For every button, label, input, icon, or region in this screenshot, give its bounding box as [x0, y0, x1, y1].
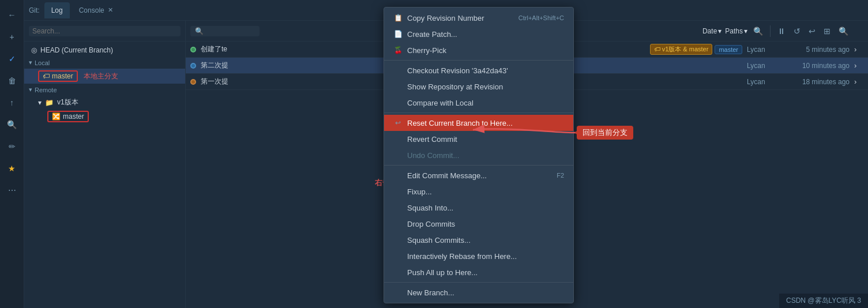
menu-rebase[interactable]: Interactively Rebase from Here...: [384, 248, 573, 264]
folder-icon2: 📁: [45, 99, 54, 107]
menu-drop[interactable]: Drop Commits: [384, 216, 573, 232]
back-icon[interactable]: ←: [2, 5, 22, 25]
remote-section[interactable]: ▾ Remote: [24, 84, 185, 96]
menu-squash[interactable]: Squash Commits...: [384, 232, 573, 248]
folder-icon: ▾: [38, 99, 42, 107]
tab-log[interactable]: Log: [44, 2, 70, 18]
more-icon[interactable]: ⋯: [2, 180, 22, 201]
chevron-down-icon: ▾: [29, 59, 32, 66]
commit-author-2: Lycan: [747, 62, 781, 70]
local-master-box: 🏷 master: [38, 70, 78, 82]
separator1: [770, 25, 771, 37]
v1-folder-item[interactable]: ▾ 📁 v1版本: [24, 96, 185, 109]
branch-list: ◎ HEAD (Current Branch) ▾ Local 🏷 master…: [24, 42, 185, 308]
context-menu: 📋 Copy Revision Number Ctrl+Alt+Shift+C …: [384, 7, 574, 303]
menu-reset-branch[interactable]: ↩ Reset Current Branch to Here...: [384, 115, 573, 131]
tag-v1master: 🏷 v1版本 & master: [650, 44, 713, 55]
separator-3: [384, 165, 573, 166]
commit-author: Lycan: [747, 46, 781, 54]
menu-copy-revision[interactable]: 📋 Copy Revision Number Ctrl+Alt+Shift+C: [384, 10, 573, 26]
commit-tags: 🏷 v1版本 & master master: [650, 44, 742, 55]
pin-icon[interactable]: 🔍: [751, 25, 765, 37]
log-search-input[interactable]: [190, 26, 260, 36]
git-label: Git:: [29, 6, 40, 14]
local-master-icon: 🏷: [43, 72, 50, 80]
status-bar: CSDN @雾岛LYC听风 3: [779, 294, 868, 308]
commit-time-3: 18 minutes ago: [786, 78, 850, 86]
menu-compare[interactable]: Compare with Local: [384, 95, 573, 111]
date-chevron-icon: ▾: [718, 27, 722, 35]
refresh-icon[interactable]: ↺: [791, 25, 803, 37]
patch-icon: 📄: [393, 30, 403, 38]
edit-icon[interactable]: ✏: [2, 136, 22, 157]
expand-icon[interactable]: ›: [854, 45, 863, 54]
sidebar: ← + ✓ 🗑 ↑ 🔍 ✏ ★ ⋯: [0, 0, 24, 308]
tag-master: master: [715, 45, 742, 54]
tab-close-icon[interactable]: ✕: [108, 6, 113, 14]
reset-annotation-bubble: 回到当前分支: [577, 126, 633, 140]
menu-new-branch[interactable]: New Branch...: [384, 284, 573, 301]
add-icon[interactable]: +: [2, 27, 22, 47]
menu-checkout[interactable]: Checkout Revision '3a42da43': [384, 62, 573, 78]
remote-master-icon: 🔀: [52, 112, 61, 121]
branch-search-bar: [24, 21, 185, 42]
local-section[interactable]: ▾ Local: [24, 57, 185, 69]
paths-chevron-icon: ▾: [744, 27, 747, 35]
revert-icon[interactable]: ↩: [806, 25, 818, 37]
cherry-icon: 🍒: [393, 46, 403, 54]
menu-show-repo[interactable]: Show Repository at Revision: [384, 78, 573, 95]
branch-search-input[interactable]: [29, 26, 181, 36]
delete-icon[interactable]: 🗑: [2, 70, 22, 91]
copy-icon: 📋: [393, 14, 403, 22]
commit-dot: [190, 47, 196, 52]
separator-2: [384, 112, 573, 113]
commit-time-2: 10 minutes ago: [786, 62, 850, 70]
separator-4: [384, 282, 573, 283]
remote-master-box: 🔀 master: [47, 111, 89, 122]
expand-icon-3[interactable]: ›: [854, 77, 863, 86]
star-icon[interactable]: ★: [2, 158, 22, 179]
branch-panel: ◎ HEAD (Current Branch) ▾ Local 🏷 master…: [24, 21, 186, 308]
separator-1: [384, 60, 573, 61]
copy-revision-label: Copy Revision Number: [407, 14, 514, 22]
search-log-icon[interactable]: 🔍: [836, 25, 851, 37]
checkmark-icon[interactable]: ✓: [2, 48, 22, 69]
date-label[interactable]: Date ▾: [702, 27, 722, 35]
menu-revert[interactable]: Revert Commit: [384, 131, 573, 147]
menu-push[interactable]: Push All up to Here...: [384, 264, 573, 280]
arrow-up-icon[interactable]: ↑: [2, 92, 22, 113]
chevron-down-icon-remote: ▾: [29, 86, 32, 93]
grid-icon[interactable]: ⊞: [821, 25, 833, 37]
copy-revision-shortcut: Ctrl+Alt+Shift+C: [518, 14, 564, 21]
commit-time: 5 minutes ago: [786, 46, 850, 54]
commit-author-3: Lycan: [747, 78, 781, 86]
menu-edit-msg[interactable]: Edit Commit Message... F2: [384, 167, 573, 183]
local-master-annotation: 本地主分支: [84, 72, 118, 81]
menu-cherry-pick[interactable]: 🍒 Cherry-Pick: [384, 42, 573, 58]
tab-console[interactable]: Console ✕: [72, 2, 120, 18]
menu-squash-into[interactable]: Squash Into...: [384, 200, 573, 216]
expand-icon-2[interactable]: ›: [854, 61, 863, 70]
search-sidebar-icon[interactable]: 🔍: [2, 114, 22, 135]
commit-dot-2: [190, 63, 196, 69]
pause-icon[interactable]: ⏸: [775, 25, 788, 37]
menu-undo: Undo Commit...: [384, 147, 573, 163]
head-item[interactable]: ◎ HEAD (Current Branch): [24, 44, 185, 57]
paths-label[interactable]: Paths ▾: [725, 27, 747, 35]
commit-dot-3: [190, 79, 196, 85]
menu-fixup[interactable]: Fixup...: [384, 183, 573, 200]
remote-master-item[interactable]: 🔀 master: [24, 109, 185, 124]
menu-create-patch[interactable]: 📄 Create Patch...: [384, 26, 573, 42]
head-icon: ◎: [31, 46, 37, 54]
reset-icon: ↩: [393, 119, 403, 127]
local-master-item[interactable]: 🏷 master 本地主分支: [24, 69, 185, 84]
